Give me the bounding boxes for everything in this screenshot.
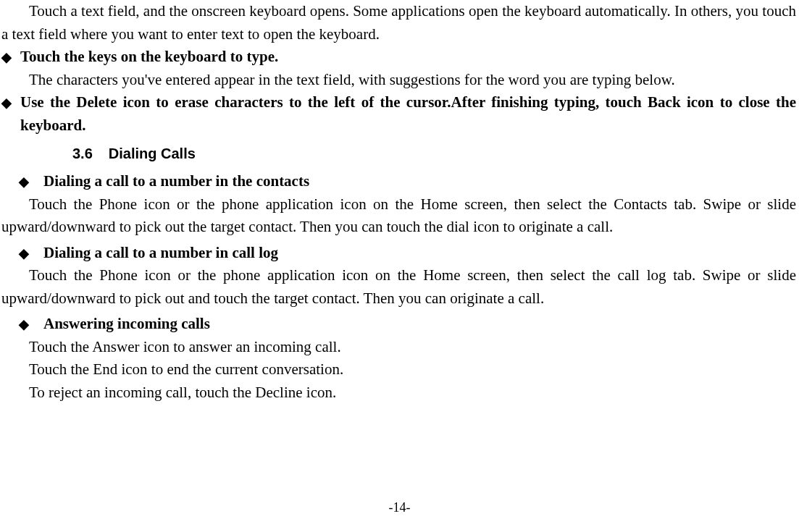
bullet-delete-icon: ◆ Use the Delete icon to erase character… — [1, 91, 796, 137]
subsection-call-log-body: Touch the Phone icon or the phone applic… — [1, 264, 796, 310]
diamond-icon: ◆ — [19, 170, 43, 193]
diamond-icon: ◆ — [1, 91, 20, 114]
subsection-contacts: ◆ Dialing a call to a number in the cont… — [19, 170, 796, 193]
subsection-contacts-body: Touch the Phone icon or the phone applic… — [1, 193, 796, 239]
diamond-icon: ◆ — [19, 242, 43, 264]
section-number: 3.6 — [72, 143, 93, 164]
page-content: Touch a text field, and the onscreen key… — [0, 0, 799, 404]
intro-paragraph: Touch a text field, and the onscreen key… — [1, 0, 796, 46]
answer-line-2: Touch the End icon to end the current co… — [1, 358, 796, 381]
answer-line-1: Touch the Answer icon to answer an incom… — [1, 336, 796, 359]
diamond-icon: ◆ — [19, 313, 43, 335]
bullet-type-keys-body: The characters you've entered appear in … — [1, 69, 796, 92]
section-heading: 3.6Dialing Calls — [72, 143, 796, 164]
bullet-type-keys: ◆ Touch the keys on the keyboard to type… — [1, 46, 796, 69]
section-title: Dialing Calls — [109, 145, 196, 161]
page-number: -14- — [0, 498, 799, 518]
subsection-call-log: ◆ Dialing a call to a number in call log — [19, 242, 796, 265]
subsection-answering: ◆ Answering incoming calls — [19, 313, 796, 336]
answer-line-3: To reject an incoming call, touch the De… — [1, 381, 796, 405]
diamond-icon: ◆ — [1, 46, 20, 68]
